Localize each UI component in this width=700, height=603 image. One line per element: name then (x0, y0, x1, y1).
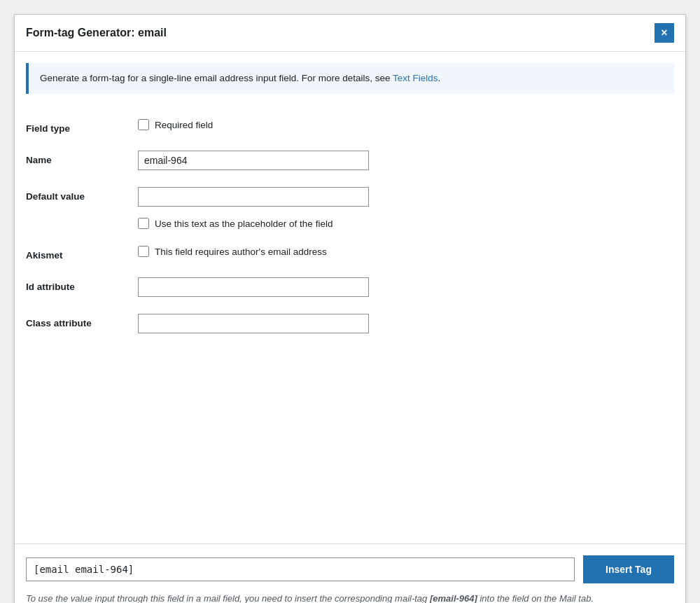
default-value-control: Use this text as the placeholder of the … (138, 187, 674, 229)
id-attribute-row: Id attribute (26, 269, 674, 305)
required-field-row: Required field (138, 119, 674, 130)
akismet-control: This field requires author's email addre… (138, 246, 674, 257)
close-button[interactable]: × (654, 23, 674, 43)
dialog-footer: Insert Tag To use the value input throug… (15, 543, 685, 604)
footer-note-em: [email-964] (430, 593, 477, 604)
akismet-checkbox-label: This field requires author's email addre… (155, 247, 327, 257)
info-text: Generate a form-tag for a single-line em… (40, 73, 393, 83)
name-control (138, 151, 674, 170)
class-attribute-row: Class attribute (26, 305, 674, 342)
akismet-checkbox[interactable] (138, 246, 149, 257)
placeholder-checkbox-row: Use this text as the placeholder of the … (138, 218, 674, 229)
class-attribute-label: Class attribute (26, 314, 138, 328)
required-field-label: Required field (155, 120, 213, 130)
name-input[interactable] (138, 151, 369, 170)
default-value-label: Default value (26, 187, 138, 202)
insert-tag-button[interactable]: Insert Tag (583, 555, 674, 583)
tag-output-field[interactable] (26, 557, 575, 581)
dialog-title: Form-tag Generator: email (26, 27, 167, 39)
class-attribute-control (138, 314, 674, 333)
tag-row: Insert Tag (26, 555, 674, 583)
akismet-row: Akismet This field requires author's ema… (26, 237, 674, 269)
default-value-input[interactable] (138, 187, 369, 207)
name-row: Name (26, 142, 674, 179)
info-text-end: . (438, 73, 441, 83)
field-type-row: Field type Required field (26, 111, 674, 142)
placeholder-label: Use this text as the placeholder of the … (155, 219, 332, 229)
footer-note-end: into the field on the Mail tab. (477, 593, 594, 604)
placeholder-checkbox[interactable] (138, 218, 149, 229)
required-field-checkbox[interactable] (138, 119, 149, 130)
dialog-header: Form-tag Generator: email × (15, 15, 685, 52)
field-type-label: Field type (26, 119, 138, 134)
id-attribute-control (138, 277, 674, 297)
id-attribute-label: Id attribute (26, 277, 138, 292)
akismet-checkbox-row: This field requires author's email addre… (138, 246, 674, 257)
name-label: Name (26, 151, 138, 165)
default-value-row: Default value Use this text as the place… (26, 179, 674, 237)
dialog-container: Form-tag Generator: email × Generate a f… (14, 14, 686, 603)
class-attribute-input[interactable] (138, 314, 369, 333)
footer-note: To use the value input through this fiel… (26, 592, 674, 604)
text-fields-link[interactable]: Text Fields (393, 73, 438, 83)
form-body: Field type Required field Name Default v… (15, 105, 685, 543)
info-box: Generate a form-tag for a single-line em… (26, 63, 674, 94)
field-type-control: Required field (138, 119, 674, 130)
footer-note-text: To use the value input through this fiel… (26, 593, 430, 604)
id-attribute-input[interactable] (138, 277, 369, 297)
akismet-label: Akismet (26, 246, 138, 261)
